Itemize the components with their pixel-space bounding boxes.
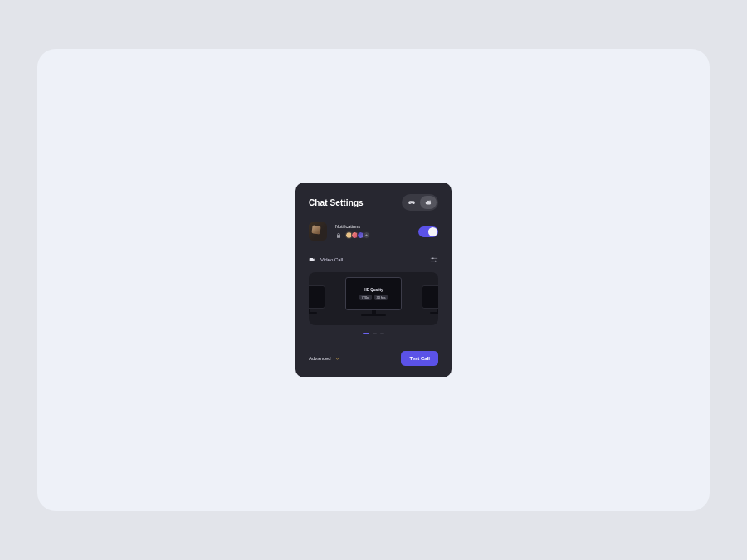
chat-settings-panel: Chat Settings Notifications (295, 183, 452, 377)
quality-chips: 720p 30 fps (359, 295, 388, 300)
panel-header: Chat Settings (309, 194, 438, 211)
segment-gaming[interactable] (403, 196, 420, 209)
panel-title: Chat Settings (309, 198, 364, 207)
page-background: Chat Settings Notifications (37, 49, 710, 511)
quality-card: HD Quality 720p 30 fps (346, 278, 401, 309)
notifications-thumbnail[interactable] (309, 222, 327, 241)
quality-chip-resolution: 720p (359, 295, 372, 300)
video-quality-carousel[interactable]: HD Quality 720p 30 fps (309, 272, 438, 325)
video-section-header: Video Call (309, 256, 438, 264)
game-controller-icon (408, 198, 416, 207)
notifications-info: Notifications + (335, 224, 418, 239)
test-call-button[interactable]: Test Call (401, 351, 438, 366)
adjustments-button[interactable] (430, 256, 438, 264)
cloud-moon-icon (424, 198, 432, 207)
panel-footer: Advanced Test Call (309, 351, 438, 366)
video-title-group: Video Call (309, 256, 343, 263)
quality-title: HD Quality (364, 288, 383, 292)
carousel-item-prev[interactable] (309, 285, 325, 314)
video-section-label: Video Call (320, 257, 343, 262)
sliders-icon (430, 256, 438, 264)
svg-point-4 (435, 261, 437, 262)
participants-row: + (335, 231, 418, 239)
video-camera-icon (309, 256, 315, 263)
notifications-toggle[interactable] (418, 226, 438, 237)
carousel-item-next[interactable] (422, 285, 438, 314)
advanced-label: Advanced (309, 356, 331, 361)
avatar-stack: + (345, 231, 370, 239)
chevron-down-icon (334, 356, 340, 362)
segment-cloud[interactable] (420, 196, 437, 209)
carousel-item-current[interactable]: HD Quality 720p 30 fps (345, 277, 402, 316)
notifications-row: Notifications + (309, 222, 438, 241)
carousel-dot-1[interactable] (363, 333, 369, 334)
notifications-label: Notifications (335, 224, 418, 229)
svg-point-2 (432, 258, 434, 260)
avatar-more[interactable]: + (363, 231, 370, 239)
mode-segment (402, 194, 438, 211)
carousel-dot-3[interactable] (380, 333, 384, 334)
carousel-dot-2[interactable] (373, 333, 377, 334)
advanced-toggle[interactable]: Advanced (309, 356, 340, 362)
lock-icon (335, 232, 345, 239)
carousel-dots (309, 333, 438, 334)
svg-point-0 (429, 201, 431, 202)
quality-chip-fps: 30 fps (374, 295, 388, 300)
